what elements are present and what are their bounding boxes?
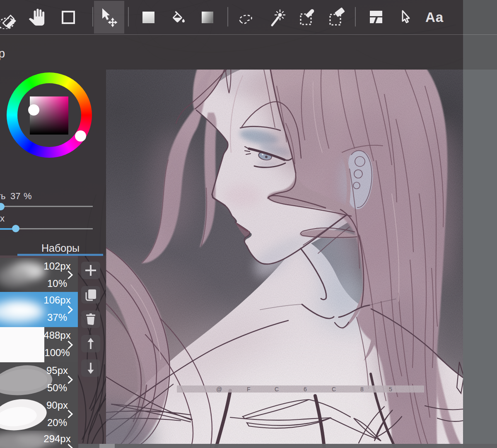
sv-handle[interactable]	[28, 104, 39, 116]
select-eraser-icon	[325, 6, 348, 29]
gradient-icon	[196, 6, 219, 29]
brush-add-button[interactable]	[81, 262, 100, 279]
size-slider-track[interactable]	[16, 228, 93, 229]
brush-move-up-button[interactable]	[81, 335, 100, 352]
tool-hand[interactable]	[25, 3, 48, 31]
chevron-right-icon	[67, 362, 73, 397]
brush-row[interactable]: 95px 50%	[0, 362, 78, 397]
size-slider-handle[interactable]	[12, 225, 19, 232]
toolbar-divider	[355, 7, 356, 26]
opacity-label: ть	[0, 191, 6, 202]
opacity-value: 37	[10, 191, 20, 202]
brush-row[interactable]: 90px 20%	[0, 397, 78, 431]
tool-deselect-eraser[interactable]	[0, 3, 21, 31]
hue-handle[interactable]	[75, 130, 86, 142]
tab-presets[interactable]: Наборы	[7, 242, 113, 254]
arrow-up-icon	[84, 337, 97, 350]
brush-row-selected[interactable]: 106px 37%	[0, 292, 78, 327]
hand-icon	[25, 6, 48, 29]
toolbar-divider	[227, 7, 228, 26]
horizontal-scrollbar[interactable]	[78, 444, 497, 448]
chevron-right-icon	[67, 397, 73, 431]
plus-icon	[84, 264, 97, 277]
opacity-unit: %	[24, 191, 32, 202]
split-view-icon	[364, 6, 388, 29]
brush-row[interactable]: 488px 100%	[0, 327, 78, 362]
fill-rect-icon	[137, 6, 160, 29]
brush-move-down-button[interactable]	[81, 359, 100, 377]
chevron-right-icon	[67, 258, 73, 292]
opacity-slider-track[interactable]	[0, 206, 93, 207]
tool-magic-wand[interactable]	[267, 3, 290, 31]
drawing-canvas[interactable]: @ F C 6 C 8 5	[106, 70, 463, 448]
text-tool-icon: Aa	[425, 10, 444, 25]
tool-pointer[interactable]	[394, 3, 417, 31]
toolbar-divider-line	[0, 34, 497, 35]
brush-list: 102px 10% 106px 37%	[0, 258, 78, 448]
color-brush-panel: ть 37 % х Наборы	[0, 70, 106, 448]
scrollbar-thumb[interactable]	[99, 444, 115, 448]
move-icon	[97, 6, 121, 29]
pointer-icon	[394, 6, 417, 29]
tool-gradient[interactable]	[196, 3, 219, 31]
workspace-right	[463, 70, 497, 448]
paint-app: Aa p ть 37 % х Набо	[0, 0, 497, 448]
toolbar: Aa	[0, 0, 463, 35]
toolbar-divider	[92, 7, 93, 26]
magic-wand-icon	[267, 6, 290, 29]
deselect-eraser-icon	[0, 6, 21, 29]
arrow-down-icon	[84, 362, 97, 374]
tool-select-eraser[interactable]	[325, 3, 348, 31]
chevron-right-icon	[67, 327, 73, 362]
tab-underline	[17, 254, 103, 256]
saturation-value-square[interactable]	[30, 96, 68, 135]
chevron-right-icon	[67, 431, 73, 448]
tool-lasso-select[interactable]	[235, 3, 258, 31]
artwork: @ F C 6 C 8 5	[106, 70, 463, 448]
lasso-select-icon	[235, 6, 258, 29]
tool-text[interactable]: Aa	[422, 3, 447, 31]
tool-split-view[interactable]	[364, 3, 388, 31]
tool-bucket-fill[interactable]	[166, 3, 189, 31]
chevron-right-icon	[67, 292, 73, 327]
workspace-right-mid	[463, 35, 497, 70]
secondary-bar: p	[0, 35, 463, 70]
partial-label: p	[0, 47, 5, 60]
workspace-right-top	[463, 0, 497, 35]
tool-select-pen[interactable]	[295, 3, 318, 31]
brush-delete-button[interactable]	[81, 311, 100, 328]
rect-select-icon	[57, 6, 80, 29]
select-pen-icon	[295, 6, 318, 29]
brush-duplicate-button[interactable]	[81, 286, 100, 303]
trash-icon	[84, 313, 97, 325]
bucket-fill-icon	[166, 6, 189, 29]
tool-rect-select[interactable]	[57, 3, 80, 31]
brush-row[interactable]: 294px	[0, 431, 78, 448]
tool-move[interactable]	[97, 3, 121, 31]
toolbar-divider	[128, 7, 129, 26]
duplicate-icon	[84, 289, 97, 301]
tool-fill-rect[interactable]	[137, 3, 160, 31]
brush-row[interactable]: 102px 10%	[0, 258, 78, 292]
size-label: х	[0, 213, 5, 224]
